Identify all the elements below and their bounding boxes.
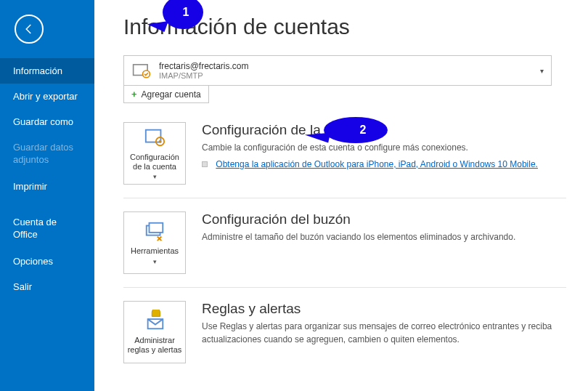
sidebar-item-opciones[interactable]: Opciones [0, 249, 94, 274]
section-description: Use Reglas y alertas para organizar sus … [202, 320, 566, 346]
arrow-left-icon [23, 23, 36, 36]
account-icon [131, 60, 152, 81]
sidebar-item-guardar-datos-adjuntos: Guardar datos adjuntos [0, 134, 94, 174]
tile-label: Herramientas [131, 246, 179, 256]
rules-alerts-icon [144, 310, 166, 331]
tile-reglas-alertas[interactable]: Administrar reglas y alertas [123, 301, 186, 363]
content-pane: Información de cuentas frectaris@frectar… [94, 0, 588, 391]
section-title: Reglas y alertas [202, 301, 566, 317]
account-email: frectaris@frectaris.com [159, 61, 249, 71]
backstage-sidebar: Información Abrir y exportar Guardar com… [0, 0, 94, 391]
bullet-icon [202, 161, 208, 167]
section-description: Cambie la configuración de esta cuenta o… [202, 141, 566, 154]
account-selector[interactable]: frectaris@frectaris.com IMAP/SMTP ▾ [123, 55, 552, 86]
sidebar-item-abrir-exportar[interactable]: Abrir y exportar [0, 84, 94, 109]
sidebar-item-salir[interactable]: Salir [0, 274, 94, 299]
svg-rect-6 [150, 223, 163, 233]
sidebar-item-cuenta-office[interactable]: Cuenta de Office [0, 209, 94, 249]
account-settings-icon [144, 126, 166, 148]
svg-point-4 [159, 140, 162, 143]
sidebar-item-imprimir[interactable]: Imprimir [0, 174, 94, 199]
tile-label: Administrar reglas y alertas [127, 336, 182, 355]
sidebar-item-guardar-como[interactable]: Guardar como [0, 109, 94, 134]
tile-label: Configuración de la cuenta [127, 153, 182, 172]
section-mailbox-config: Herramientas ▾ Configuración del buzón A… [123, 198, 566, 274]
add-account-button[interactable]: + Agregar cuenta [123, 86, 209, 103]
back-button[interactable] [15, 15, 44, 44]
tile-configuracion-cuenta[interactable]: Configuración de la cuenta ▾ [123, 122, 186, 185]
add-account-label: Agregar cuenta [142, 89, 201, 100]
tools-icon [144, 220, 166, 242]
account-protocol: IMAP/SMTP [159, 71, 249, 80]
page-title: Información de cuentas [123, 15, 566, 39]
sidebar-item-informacion[interactable]: Información [0, 58, 94, 84]
section-account-config: Configuración de la cuenta ▾ Configuraci… [123, 122, 566, 185]
section-title: Configuración del buzón [202, 211, 566, 227]
tile-herramientas[interactable]: Herramientas ▾ [123, 211, 186, 274]
section-rules-alerts: Administrar reglas y alertas Reglas y al… [123, 287, 566, 363]
plus-icon: + [131, 89, 137, 100]
chevron-down-icon: ▾ [540, 67, 544, 75]
chevron-down-icon: ▾ [153, 258, 157, 265]
svg-rect-2 [146, 130, 161, 142]
section-description: Administre el tamaño del buzón vaciando … [202, 230, 566, 243]
chevron-down-icon: ▾ [153, 173, 157, 180]
section-title: Configuración de la cuenta [202, 122, 566, 138]
outlook-mobile-link[interactable]: Obtenga la aplicación de Outlook para iP… [216, 159, 538, 169]
